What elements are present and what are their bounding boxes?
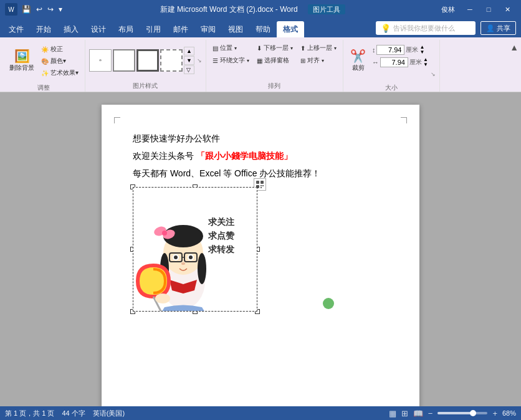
correct-label: 校正 — [50, 45, 63, 54]
title-bar-left: W 💾 ↩ ↪ ▾ — [5, 3, 64, 16]
search-lightbulb-icon: 💡 — [381, 24, 391, 33]
wrap-text-btn[interactable]: ☰ 环绕文字 ▾ — [210, 55, 252, 66]
arrange-col2: ⬇ 下移一层 ▾ ▦ 选择窗格 — [254, 42, 295, 66]
zoom-slider[interactable] — [437, 412, 487, 414]
collapse-ribbon-btn[interactable]: ▲ — [510, 40, 519, 92]
picture-style-expand-icon[interactable]: ↘ — [197, 57, 202, 64]
style-scroll-down-btn[interactable]: ▼ — [184, 56, 194, 65]
undo-quick-btn[interactable]: ↩ — [34, 4, 44, 15]
zoom-out-btn[interactable]: − — [428, 409, 433, 418]
color-icon: 🎨 — [41, 58, 49, 65]
width-input[interactable]: 7.94 — [380, 57, 408, 67]
artistic-effects-btn[interactable]: ✨ 艺术效果▾ — [39, 67, 81, 79]
page-corner-tr — [401, 117, 407, 123]
tab-layout[interactable]: 布局 — [112, 21, 140, 37]
height-down-btn[interactable]: ▼ — [419, 50, 424, 55]
tab-home[interactable]: 开始 — [30, 21, 57, 37]
svg-point-25 — [181, 262, 185, 265]
height-unit-label: 厘米 — [406, 45, 418, 54]
arrange-col3: ⬆ 上移一层 ▾ ⊞ 对齐 ▾ — [298, 42, 339, 66]
svg-rect-5 — [260, 187, 262, 188]
height-input[interactable]: 7.94 — [376, 45, 404, 55]
style-expand-btn[interactable]: ▽ — [184, 65, 194, 74]
svg-point-24 — [189, 255, 193, 259]
svg-rect-4 — [262, 185, 264, 186]
tab-help[interactable]: 帮助 — [249, 21, 277, 37]
style-scroll-up-btn[interactable]: ▲ — [184, 47, 194, 55]
style-swatch-2[interactable] — [113, 49, 135, 72]
position-btn[interactable]: ▤ 位置 ▾ — [210, 42, 252, 54]
tab-design[interactable]: 设计 — [85, 21, 112, 37]
char-count-label: 44 个字 — [62, 409, 85, 418]
save-quick-btn[interactable]: 💾 — [20, 4, 33, 15]
svg-point-28 — [155, 294, 170, 303]
selection-pane-btn[interactable]: ▦ 选择窗格 — [254, 55, 295, 66]
color-label: 颜色▾ — [50, 57, 66, 65]
wrap-icon: ☰ — [213, 57, 218, 64]
main-document-area: 想要快速学好办公软件 欢迎关注头条号 「跟小小錢学电脑技能」 每天都有 Word… — [0, 92, 521, 406]
size-content: ✂️ 裁剪 ↕ 7.94 厘米 ▲ ▼ ↔ — [347, 40, 436, 82]
tab-view[interactable]: 视图 — [222, 21, 249, 37]
redo-quick-btn[interactable]: ↪ — [45, 4, 55, 15]
height-input-row: ↕ 7.94 厘米 ▲ ▼ — [372, 45, 428, 55]
status-bar: 第 1 页，共 1 页 44 个字 英语(美国) ▦ ⊞ 📖 − + 68% — [0, 406, 521, 420]
style-swatch-1[interactable]: ▫️ — [89, 49, 112, 72]
correct-btn[interactable]: ☀️ 校正 — [39, 44, 81, 55]
arrange-group-label: 排列 — [268, 80, 280, 92]
doc-line2-pre: 欢迎关注头条号 — [133, 151, 194, 161]
position-dropdown-icon: ▾ — [234, 45, 237, 51]
width-icon: ↔ — [372, 59, 379, 66]
picture-styles-content: ▫️ ▲ ▼ ▽ ↘ — [89, 40, 202, 80]
tab-format[interactable]: 格式 — [277, 21, 304, 37]
view-read-btn[interactable]: 📖 — [413, 409, 423, 418]
page-info-label: 第 1 页，共 1 页 — [5, 409, 54, 418]
page-corner-tl — [114, 117, 120, 123]
zoom-thumb[interactable] — [470, 410, 476, 416]
arrange-col1: ▤ 位置 ▾ ☰ 环绕文字 ▾ — [210, 42, 252, 66]
send-back-icon: ⬇ — [257, 45, 262, 52]
share-label: 共享 — [497, 24, 510, 33]
search-box[interactable]: 💡 告诉我你想要做什么 — [376, 21, 476, 35]
remove-bg-label: 删除背景 — [9, 64, 34, 72]
width-down-btn[interactable]: ▼ — [423, 62, 428, 67]
tab-insert[interactable]: 插入 — [57, 21, 85, 37]
selection-pane-icon: ▦ — [257, 57, 262, 64]
ribbon-group-adjust: 🖼️ 删除背景 ☀️ 校正 🎨 颜色▾ ✨ 艺术效果▾ 调整 — [2, 40, 85, 92]
remove-background-btn[interactable]: 🖼️ 删除背景 — [6, 42, 37, 80]
qa-dropdown-btn[interactable]: ▾ — [57, 4, 64, 15]
window-close-btn[interactable]: ✕ — [499, 3, 516, 16]
tab-file[interactable]: 文件 — [2, 21, 30, 37]
image-container[interactable]: 求关注 求点赞 求转发 — [133, 187, 257, 312]
window-maximize-btn[interactable]: □ — [480, 3, 497, 16]
view-print-btn[interactable]: ▦ — [389, 409, 396, 418]
tab-mail[interactable]: 邮件 — [167, 21, 194, 37]
picture-styles-label: 图片样式 — [133, 80, 158, 92]
quick-access-toolbar: 💾 ↩ ↪ ▾ — [20, 4, 64, 15]
align-icon: ⊞ — [300, 57, 305, 64]
color-btn[interactable]: 🎨 颜色▾ — [39, 55, 81, 67]
doc-line2-highlight: 「跟小小錢学电脑技能」 — [196, 151, 292, 161]
language-label: 英语(美国) — [93, 409, 125, 418]
window-minimize-btn[interactable]: ─ — [461, 3, 479, 16]
style-swatch-3[interactable] — [136, 49, 159, 72]
align-btn[interactable]: ⊞ 对齐 ▾ — [298, 55, 339, 66]
tab-references[interactable]: 引用 — [140, 21, 167, 37]
zoom-in-btn[interactable]: + — [492, 409, 497, 418]
size-expand-icon[interactable]: ↘ — [431, 71, 436, 77]
adjust-small-buttons: ☀️ 校正 🎨 颜色▾ ✨ 艺术效果▾ — [39, 44, 81, 79]
view-web-btn[interactable]: ⊞ — [401, 409, 408, 418]
crop-btn[interactable]: ✂️ 裁剪 — [347, 42, 370, 80]
send-back-btn[interactable]: ⬇ 下移一层 ▾ — [254, 42, 295, 54]
width-spinner: ▲ ▼ — [423, 57, 428, 67]
wrap-dropdown-icon: ▾ — [247, 58, 249, 64]
remove-bg-icon: 🖼️ — [14, 50, 30, 62]
word-app-icon: W — [5, 3, 17, 16]
title-text: 新建 Microsoft Word 文档 (2).docx - Word 图片工… — [64, 4, 441, 15]
share-btn[interactable]: 👤 共享 — [480, 21, 516, 35]
tab-review[interactable]: 审阅 — [194, 21, 222, 37]
style-swatch-4[interactable] — [160, 49, 183, 72]
artistic-icon: ✨ — [41, 70, 49, 77]
share-icon: 👤 — [486, 24, 495, 32]
bring-forward-btn[interactable]: ⬆ 上移一层 ▾ — [298, 42, 339, 54]
crop-icon: ✂️ — [350, 50, 366, 62]
